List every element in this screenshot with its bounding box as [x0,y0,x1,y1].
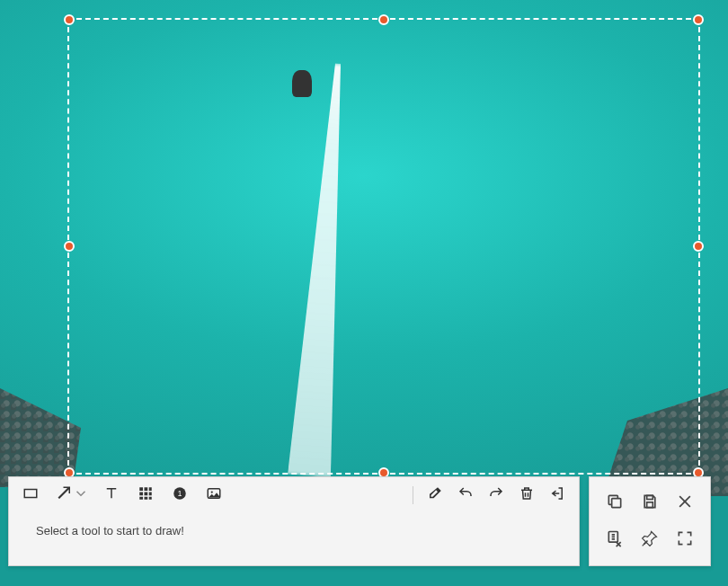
resize-handle-top-right[interactable] [693,14,704,25]
trash-icon [519,485,535,505]
close-icon [676,493,694,514]
svg-text:1: 1 [178,490,182,498]
arrow-tool-dropdown[interactable] [75,486,86,504]
text-tool-button[interactable] [102,486,120,504]
mosaic-tool-button[interactable] [137,486,155,504]
rectangle-icon [22,485,39,505]
arrow-icon [57,485,73,505]
fullscreen-button[interactable] [674,529,696,551]
mosaic-icon [138,485,154,505]
chevron-down-icon [73,485,89,505]
copy-button[interactable] [604,493,626,514]
image-tool-button[interactable] [205,486,223,504]
svg-rect-3 [149,487,152,491]
save-icon [641,493,659,514]
exit-button[interactable] [548,486,566,504]
boat [292,70,312,97]
rectangle-tool-button[interactable] [22,486,40,504]
close-button[interactable] [674,493,696,514]
resize-handle-top-mid[interactable] [378,14,389,25]
fullscreen-icon [676,529,694,551]
svg-rect-7 [139,497,143,500]
svg-point-13 [211,491,213,493]
edit-button[interactable] [604,529,626,551]
edit-icon [606,529,624,551]
toolbar-row: 1 [9,477,579,513]
delete-button[interactable] [518,486,536,504]
svg-rect-1 [139,487,143,491]
svg-rect-16 [647,502,653,507]
redo-icon [488,485,504,505]
eraser-icon [427,485,443,505]
toolbar-separator [413,486,413,504]
svg-rect-8 [145,497,148,500]
save-button[interactable] [639,493,661,514]
undo-icon [457,485,474,505]
counter-tool-button[interactable]: 1 [171,486,189,504]
resize-handle-mid-right[interactable] [693,241,704,252]
arrow-tool-button[interactable] [56,486,74,504]
svg-rect-5 [145,493,148,496]
hint-text: Select a tool to start to draw! [9,513,579,548]
resize-handle-top-left[interactable] [64,14,75,25]
annotation-toolbar: 1 [8,476,580,566]
svg-rect-14 [611,498,620,507]
redo-button[interactable] [487,486,505,504]
pin-button[interactable] [639,529,661,551]
image-icon [206,485,222,505]
undo-button[interactable] [457,486,475,504]
counter-icon: 1 [172,485,188,505]
pin-icon [641,529,659,551]
svg-rect-6 [149,493,152,496]
text-icon [103,485,120,505]
exit-icon [549,485,565,505]
action-panel [589,476,711,566]
eraser-button[interactable] [426,486,444,504]
resize-handle-mid-left[interactable] [64,241,75,252]
svg-rect-15 [647,495,653,499]
svg-rect-2 [145,487,148,491]
svg-rect-0 [24,490,37,498]
svg-rect-9 [149,497,152,500]
copy-icon [606,493,624,514]
svg-rect-4 [139,493,143,496]
